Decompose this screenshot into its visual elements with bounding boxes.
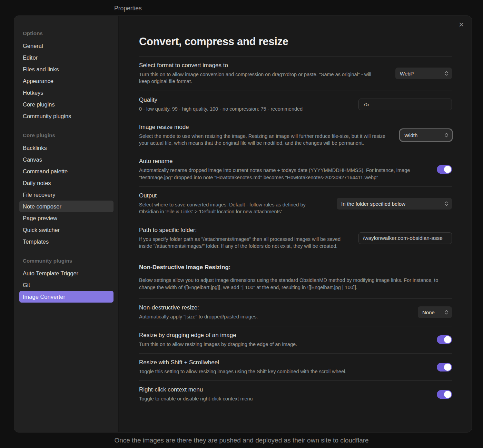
- section-heading: Non-Destructive Image Resizing:: [139, 264, 452, 271]
- sidebar-item-file-recovery[interactable]: File recovery: [19, 189, 114, 201]
- setting-name: Select format to convert images to: [139, 62, 383, 69]
- setting-description: Select the mode to use when resizing the…: [139, 133, 388, 147]
- select-arrows-icon: [445, 71, 448, 76]
- sidebar-item-general[interactable]: General: [19, 40, 114, 52]
- setting-description: If you specify folder path as "/attachme…: [139, 236, 346, 250]
- setting-row-non-destructive-resize: Non-destructive resize: Automatically ap…: [139, 299, 452, 326]
- setting-name: Resize by dragging edge of an image: [139, 332, 425, 339]
- setting-row-resize-mode: Image resize mode Select the mode to use…: [139, 118, 452, 152]
- setting-row-output: Output Select where to save converted im…: [139, 187, 452, 221]
- select-arrows-icon: [445, 309, 448, 315]
- setting-description: 0 - low quality, 99 - high quality, 100 …: [139, 105, 346, 112]
- format-select[interactable]: WebP: [395, 68, 452, 79]
- settings-sidebar: Options General Editor Files and links A…: [14, 16, 119, 432]
- setting-row-quality: Quality 0 - low quality, 99 - high quali…: [139, 91, 452, 118]
- setting-description: Toggle to enable or disable right-click …: [139, 395, 425, 402]
- sidebar-item-community-plugins[interactable]: Community plugins: [19, 110, 114, 122]
- sidebar-item-canvas[interactable]: Canvas: [19, 154, 114, 165]
- context-menu-toggle[interactable]: [437, 390, 452, 399]
- select-value: WebP: [400, 71, 414, 77]
- setting-row-scrollwheel-resize: Resize with Shift + Scrollwheel Toggle t…: [139, 354, 452, 380]
- sidebar-item-page-preview[interactable]: Page preview: [19, 212, 114, 224]
- setting-name: Quality: [139, 96, 346, 103]
- drag-resize-toggle[interactable]: [437, 335, 452, 344]
- page-title: Convert, compress and resize: [139, 35, 452, 48]
- setting-row-folder-path: Path to specific folder: If you specify …: [139, 221, 452, 255]
- toggle-knob: [444, 336, 451, 343]
- non-destructive-resize-select[interactable]: None: [418, 306, 452, 318]
- sidebar-item-image-converter[interactable]: Image Converter: [19, 291, 114, 303]
- toggle-knob: [444, 364, 451, 371]
- settings-content: × Convert, compress and resize Select fo…: [119, 16, 472, 432]
- select-value: Width: [404, 132, 417, 138]
- select-arrows-icon: [445, 132, 448, 138]
- setting-description: Turn this on to allow resizing images by…: [139, 341, 425, 348]
- sidebar-section-header-options: Options: [23, 30, 114, 36]
- sidebar-item-auto-template-trigger[interactable]: Auto Template Trigger: [19, 267, 114, 279]
- setting-row-drag-resize: Resize by dragging edge of an image Turn…: [139, 326, 452, 353]
- setting-name: Right-click context menu: [139, 386, 425, 393]
- select-arrows-icon: [445, 201, 448, 206]
- sidebar-item-templates[interactable]: Templates: [19, 236, 114, 247]
- sidebar-item-files-and-links[interactable]: Files and links: [19, 63, 114, 75]
- setting-name: Output: [139, 192, 325, 199]
- setting-name: Resize with Shift + Scrollwheel: [139, 359, 425, 366]
- setting-name: Auto rename: [139, 158, 425, 165]
- sidebar-section-header-core-plugins: Core plugins: [23, 132, 114, 138]
- sidebar-section-header-community-plugins: Community plugins: [23, 258, 114, 264]
- auto-rename-toggle[interactable]: [437, 165, 452, 174]
- setting-description: Toggle this setting to allow resizing im…: [139, 368, 425, 375]
- sidebar-item-quick-switcher[interactable]: Quick switcher: [19, 224, 114, 236]
- folder-path-input[interactable]: [358, 232, 452, 244]
- sidebar-item-backlinks[interactable]: Backlinks: [19, 142, 114, 154]
- sidebar-item-git[interactable]: Git: [19, 279, 114, 291]
- setting-row-auto-rename: Auto rename Automatically rename dropped…: [139, 152, 452, 186]
- output-select[interactable]: In the folder specified below: [337, 198, 452, 210]
- setting-description: Turn this on to allow image conversion a…: [139, 71, 383, 85]
- setting-description: Select where to save converted images. D…: [139, 201, 325, 215]
- sidebar-item-core-plugins[interactable]: Core plugins: [19, 99, 114, 110]
- setting-row-format: Select format to convert images to Turn …: [139, 57, 452, 91]
- workspace-tab-title: Properties: [114, 5, 142, 12]
- setting-description: Automatically rename dropped image into …: [139, 167, 425, 181]
- setting-description: Automatically apply "|size" to dropped/p…: [139, 313, 406, 320]
- select-value: In the folder specified below: [341, 201, 405, 207]
- sidebar-item-hotkeys[interactable]: Hotkeys: [19, 87, 114, 99]
- setting-name: Non-destructive resize:: [139, 304, 406, 311]
- sidebar-item-editor[interactable]: Editor: [19, 52, 114, 63]
- quality-input[interactable]: [358, 99, 452, 110]
- settings-modal: Options General Editor Files and links A…: [14, 16, 472, 432]
- sidebar-item-command-palette[interactable]: Command palette: [19, 165, 114, 177]
- section-body: Below settings allow you to adjust image…: [139, 277, 452, 291]
- resize-mode-select[interactable]: Width: [400, 129, 452, 141]
- toggle-knob: [444, 166, 451, 173]
- close-icon[interactable]: ×: [457, 19, 465, 30]
- sidebar-item-daily-notes[interactable]: Daily notes: [19, 177, 114, 189]
- select-value: None: [422, 309, 435, 315]
- sidebar-item-note-composer[interactable]: Note composer: [19, 201, 114, 212]
- setting-name: Image resize mode: [139, 124, 388, 131]
- setting-name: Path to specific folder:: [139, 227, 346, 234]
- sidebar-item-appearance[interactable]: Appearance: [19, 75, 114, 87]
- setting-row-context-menu: Right-click context menu Toggle to enabl…: [139, 381, 452, 408]
- toggle-knob: [444, 391, 451, 398]
- workspace-note-text: Once the images are there they are pushe…: [0, 437, 483, 444]
- scrollwheel-resize-toggle[interactable]: [437, 363, 452, 371]
